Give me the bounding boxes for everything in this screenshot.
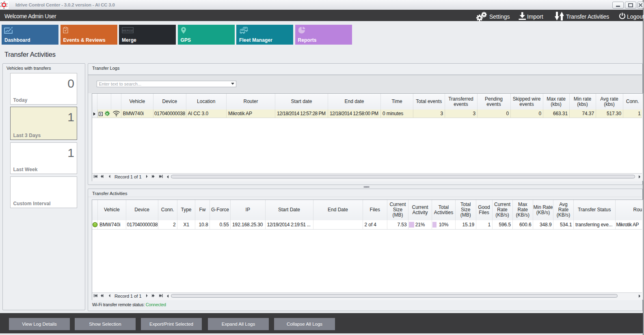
svg-text:MERGE: MERGE	[122, 29, 133, 32]
